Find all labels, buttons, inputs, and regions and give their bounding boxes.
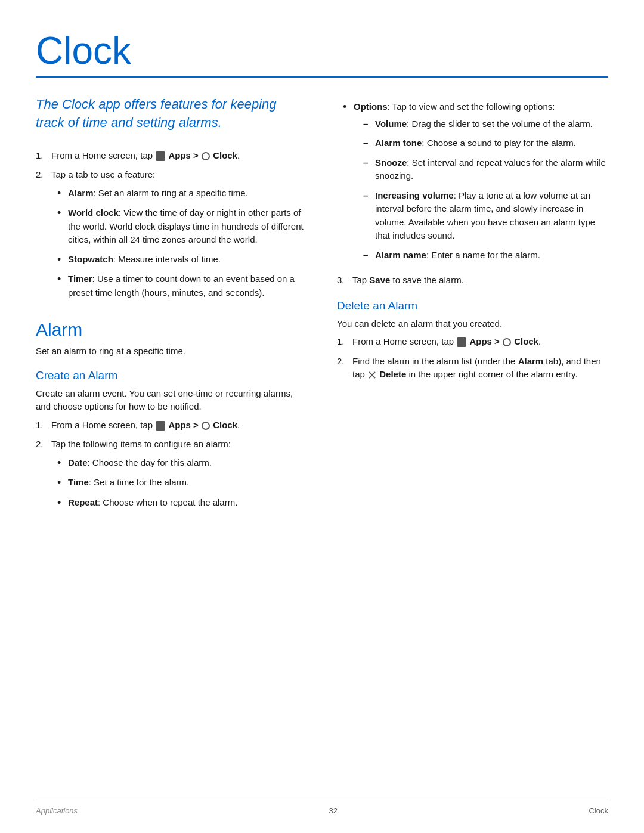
apps-label: Apps > [168,150,198,160]
apps-icon [457,337,466,347]
step-3: 3. Tap Save to save the alarm. [337,274,608,287]
apps-icon [156,421,165,431]
list-item: – Alarm name: Enter a name for the alarm… [363,249,608,262]
step-content: Tap a tab to use a feature: • Alarm: Set… [51,168,307,305]
clock-label: Clock [213,420,237,430]
step-number: 1. [337,335,349,349]
alarm-description: Set an alarm to ring at a specific time. [36,345,307,358]
list-item: • World clock: View the time of day or n… [57,206,307,247]
step-content: Find the alarm in the alarm list (under … [352,355,608,382]
list-item: • Date: Choose the day for this alarm. [57,456,307,470]
list-item: – Volume: Drag the slider to set the vol… [363,117,608,131]
step-number: 2. [36,168,48,305]
step-number: 1. [36,419,48,432]
delete-alarm-description: You can delete an alarm that you created… [337,317,608,331]
step-number: 2. [36,438,48,516]
clock-icon [202,422,210,430]
clock-icon [202,152,210,160]
step-content: Tap Save to save the alarm. [352,274,608,287]
step-number: 2. [337,355,349,382]
step-content: From a Home screen, tap Apps > Clock. [51,419,307,432]
create-alarm-steps: 1. From a Home screen, tap Apps > Clock.… [36,419,307,516]
create-alarm-step-2: 2. Tap the following items to configure … [36,438,307,516]
title-divider [36,76,608,78]
create-alarm-step-1: 1. From a Home screen, tap Apps > Clock. [36,419,307,432]
footer-left: Applications [36,806,78,815]
clock-label: Clock [514,336,538,346]
list-item: – Alarm tone: Choose a sound to play for… [363,137,608,150]
intro-step-2: 2. Tap a tab to use a feature: • Alarm: … [36,168,307,305]
delete-alarm-steps: 1. From a Home screen, tap Apps > Clock.… [337,335,608,382]
footer-right: Clock [589,806,608,815]
create-alarm-heading: Create an Alarm [36,369,307,382]
right-column: • Options: Tap to view and set the follo… [337,95,608,528]
list-item: – Increasing volume: Play a tone at a lo… [363,189,608,243]
delete-alarm-step-2: 2. Find the alarm in the alarm list (und… [337,355,608,382]
intro-step-1: 1. From a Home screen, tap Apps > Clock. [36,149,307,163]
tab-features-list: • Alarm: Set an alarm to ring at a speci… [57,187,307,299]
config-items-list: • Date: Choose the day for this alarm. •… [57,456,307,510]
page-title: Clock [36,30,608,72]
create-alarm-description: Create an alarm event. You can set one-t… [36,387,307,414]
clock-icon [503,338,511,346]
step-content: Tap the following items to configure an … [51,438,307,516]
step-number: 1. [36,149,48,163]
page: Clock The Clock app offers features for … [0,0,644,833]
sub-options-list: – Volume: Drag the slider to set the vol… [363,117,608,262]
delete-alarm-step-1: 1. From a Home screen, tap Apps > Clock. [337,335,608,349]
footer: Applications 32 Clock [36,800,608,815]
delete-alarm-heading: Delete an Alarm [337,299,608,312]
delete-icon [368,371,376,379]
two-column-layout: The Clock app offers features for keepin… [36,95,608,528]
intro-text: The Clock app offers features for keepin… [36,95,307,132]
footer-page-number: 32 [329,806,338,815]
apps-label: Apps > [168,420,198,430]
step-content: From a Home screen, tap Apps > Clock. [51,149,307,163]
options-list: • Options: Tap to view and set the follo… [343,100,608,268]
list-item: • Repeat: Choose when to repeat the alar… [57,496,307,510]
left-column: The Clock app offers features for keepin… [36,95,307,528]
intro-steps: 1. From a Home screen, tap Apps > Clock.… [36,149,307,305]
step-content: From a Home screen, tap Apps > Clock. [352,335,608,349]
list-item: • Timer: Use a timer to count down to an… [57,272,307,299]
list-item: • Stopwatch: Measure intervals of time. [57,253,307,267]
step3-list: 3. Tap Save to save the alarm. [337,274,608,287]
clock-label: Clock [213,150,237,160]
list-item: – Snooze: Set interval and repeat values… [363,156,608,183]
list-item: • Options: Tap to view and set the follo… [343,100,608,268]
alarm-section-heading: Alarm [36,320,307,340]
apps-icon [156,151,165,161]
apps-label: Apps > [469,336,499,346]
list-item: • Alarm: Set an alarm to ring at a speci… [57,187,307,200]
step-number: 3. [337,274,349,287]
list-item: • Time: Set a time for the alarm. [57,476,307,490]
